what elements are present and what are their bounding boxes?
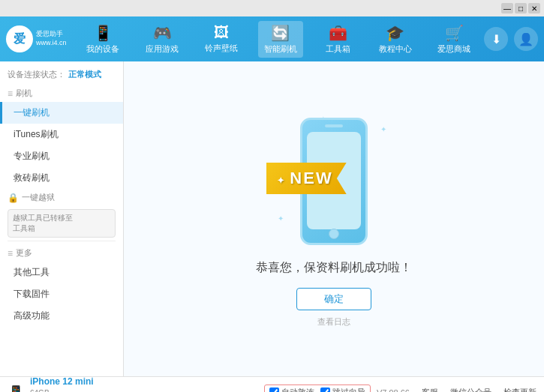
nav-label-wallpaper: 铃声壁纸 (205, 43, 238, 54)
section-more: ≡ 更多 (0, 244, 123, 262)
divider (8, 241, 116, 241)
device-info: 📱 iPhone 12 mini 64GB Down-12mini-13,1 (8, 376, 258, 392)
check-update-link[interactable]: 检查更新 (503, 387, 536, 392)
new-ribbon: NEW (266, 163, 347, 194)
device-storage: 64GB (30, 388, 94, 392)
phone-illustration: ✦ ✦ ✦ NEW (274, 110, 394, 245)
status-label: 设备连接状态： (8, 69, 65, 80)
device-icon: 📱 (8, 385, 24, 393)
download-button[interactable]: ⬇ (484, 27, 508, 51)
nav-label-smart: 智能刷机 (264, 43, 297, 55)
auto-update-input[interactable] (269, 388, 279, 392)
nav-items: 📱 我的设备 🎮 应用游戏 🖼 铃声壁纸 🔄 智能刷机 🧰 工具箱 🎓 教程中心… (74, 21, 484, 58)
sidebar-item-itunes-flash[interactable]: iTunes刷机 (0, 124, 123, 145)
status-value: 正常模式 (68, 69, 101, 80)
phone-speaker (325, 124, 343, 127)
sidebar-item-pro-flash[interactable]: 专业刷机 (0, 145, 123, 167)
version-info: V7.98.66 (377, 388, 410, 393)
success-message: 恭喜您，保资料刷机成功啦！ (256, 260, 412, 276)
main-layout: 设备连接状态： 正常模式 ≡ 刷机 一键刷机 iTunes刷机 专业刷机 救砖刷… (0, 61, 544, 376)
auto-update-checkbox[interactable]: 自动敦连 (269, 387, 314, 392)
support-link[interactable]: 客服 (422, 387, 438, 392)
nav-item-apps[interactable]: 🎮 应用游戏 (140, 21, 185, 58)
section-flash-label: 刷机 (16, 88, 32, 99)
status-bar: 设备连接状态： 正常模式 (0, 66, 123, 85)
sidebar: 设备连接状态： 正常模式 ≡ 刷机 一键刷机 iTunes刷机 专业刷机 救砖刷… (0, 61, 124, 376)
lock-icon: 🔒 (8, 193, 19, 203)
user-button[interactable]: 👤 (514, 27, 538, 51)
section-flash: ≡ 刷机 (0, 85, 123, 102)
sidebar-item-advanced[interactable]: 高级功能 (0, 305, 123, 327)
device-name: iPhone 12 mini (30, 376, 94, 388)
section-more-label: 更多 (16, 247, 32, 259)
nav-icon-store: 🛒 (445, 24, 464, 42)
logo-text: 爱思助手 www.i4.cn (36, 30, 67, 47)
nav-item-wallpaper[interactable]: 🖼 铃声壁纸 (199, 21, 244, 57)
nav-item-store[interactable]: 🛒 爱思商城 (431, 21, 476, 58)
confirm-button[interactable]: 确定 (296, 288, 371, 310)
section-flash-icon: ≡ (8, 88, 13, 99)
nav-icon-my-device: 📱 (94, 24, 113, 42)
auto-update-label: 自动敦连 (281, 387, 314, 392)
sparkle-3: ✦ (278, 214, 284, 223)
logo-icon: 爱 (6, 25, 33, 52)
nav-label-apps: 应用游戏 (146, 43, 179, 55)
nav-item-smart[interactable]: 🔄 智能刷机 (258, 21, 303, 58)
nav-right: ⬇ 👤 (484, 27, 538, 51)
jailbreak-note: 越狱工具已转移至工具箱 (8, 209, 116, 238)
nav-label-tools: 工具箱 (326, 43, 350, 55)
bottom-bar: 📱 iPhone 12 mini 64GB Down-12mini-13,1 自… (0, 376, 544, 392)
go-home-link[interactable]: 查看日志 (317, 316, 350, 328)
wechat-link[interactable]: 微信公众号 (450, 387, 491, 392)
close-button[interactable]: ✕ (528, 3, 540, 13)
header: 爱 爱思助手 www.i4.cn 📱 我的设备 🎮 应用游戏 🖼 铃声壁纸 🔄 … (0, 16, 544, 61)
title-bar: — □ ✕ (0, 0, 544, 16)
wizard-input[interactable] (320, 388, 330, 392)
nav-label-store: 爱思商城 (437, 43, 470, 55)
nav-icon-tools: 🧰 (329, 24, 347, 42)
sidebar-item-one-click-flash[interactable]: 一键刷机 (0, 102, 123, 124)
content-area: ✦ ✦ ✦ NEW 恭喜您，保资料刷机成功啦！ 确定 查看日志 (124, 61, 544, 376)
nav-label-tutorials: 教程中心 (379, 43, 412, 55)
sparkle-2: ✦ (380, 125, 386, 133)
wizard-checkbox[interactable]: 跳过向导 (320, 387, 365, 392)
nav-item-tools[interactable]: 🧰 工具箱 (317, 21, 359, 58)
section-jailbreak-label: 一键越狱 (22, 192, 55, 203)
wizard-label: 跳过向导 (332, 387, 365, 392)
sidebar-item-other-tools[interactable]: 其他工具 (0, 262, 123, 283)
nav-icon-wallpaper: 🖼 (214, 24, 229, 41)
logo[interactable]: 爱 爱思助手 www.i4.cn (6, 25, 74, 52)
nav-label-my-device: 我的设备 (86, 43, 119, 55)
nav-item-my-device[interactable]: 📱 我的设备 (80, 21, 125, 58)
section-jailbreak: 🔒 一键越狱 (0, 189, 123, 206)
nav-icon-smart: 🔄 (271, 24, 290, 42)
nav-item-tutorials[interactable]: 🎓 教程中心 (373, 21, 418, 58)
maximize-button[interactable]: □ (515, 3, 527, 13)
nav-icon-tutorials: 🎓 (386, 24, 404, 42)
sidebar-item-download-firmware[interactable]: 下载固件 (0, 283, 123, 305)
phone-home-btn (329, 229, 339, 239)
minimize-button[interactable]: — (501, 3, 513, 13)
bottom-right: V7.98.66 客服 微信公众号 检查更新 (377, 387, 536, 392)
checkbox-group: 自动敦连 跳过向导 (264, 385, 371, 392)
sidebar-item-rescue-flash[interactable]: 救砖刷机 (0, 167, 123, 189)
nav-icon-apps: 🎮 (153, 24, 172, 42)
device-details: iPhone 12 mini 64GB Down-12mini-13,1 (30, 376, 94, 392)
section-more-icon: ≡ (8, 248, 13, 259)
